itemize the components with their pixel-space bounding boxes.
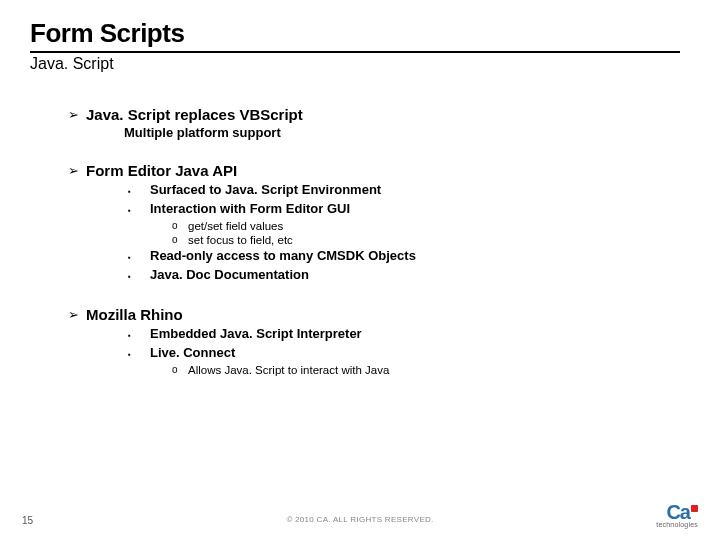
bullet-l1: ➢ Java. Script replaces VBScript bbox=[68, 105, 690, 125]
bullet-l1: ➢ Form Editor Java API bbox=[68, 161, 690, 181]
slide-subtitle: Java. Script bbox=[30, 55, 690, 73]
slide-content: ➢ Java. Script replaces VBScript Multipl… bbox=[68, 105, 690, 377]
bullet-l3: o set focus to field, etc bbox=[172, 233, 690, 247]
square-icon: ▪ bbox=[128, 267, 150, 285]
l2-text: Java. Doc Documentation bbox=[150, 267, 309, 283]
l1-subtext: Multiple platform support bbox=[124, 125, 690, 141]
square-icon: ▪ bbox=[128, 326, 150, 344]
bullet-l1: ➢ Mozilla Rhino bbox=[68, 305, 690, 325]
ca-logo: Ca technologies bbox=[656, 503, 698, 528]
bullet-l2: ▪ Live. Connect bbox=[128, 345, 690, 363]
title-rule bbox=[30, 51, 680, 53]
circle-icon: o bbox=[172, 219, 188, 233]
arrow-icon: ➢ bbox=[68, 161, 86, 181]
bullet-l3: o get/set field values bbox=[172, 219, 690, 233]
copyright-text: © 2010 CA. ALL RIGHTS RESERVED. bbox=[0, 515, 720, 524]
slide-title: Form Scripts bbox=[30, 18, 690, 49]
l2-text: Live. Connect bbox=[150, 345, 235, 361]
square-icon: ▪ bbox=[128, 345, 150, 363]
circle-icon: o bbox=[172, 363, 188, 377]
l1-text: Mozilla Rhino bbox=[86, 305, 183, 325]
circle-icon: o bbox=[172, 233, 188, 247]
logo-subtext: technologies bbox=[656, 521, 698, 528]
l2-text: Interaction with Form Editor GUI bbox=[150, 201, 350, 217]
bullet-l2: ▪ Java. Doc Documentation bbox=[128, 267, 690, 285]
square-icon: ▪ bbox=[128, 182, 150, 200]
slide: Form Scripts Java. Script ➢ Java. Script… bbox=[0, 0, 720, 540]
bullet-l3: o Allows Java. Script to interact with J… bbox=[172, 363, 690, 377]
logo-text: Ca bbox=[666, 501, 690, 523]
square-icon: ▪ bbox=[128, 201, 150, 219]
l3-text: get/set field values bbox=[188, 219, 283, 233]
bullet-l2: ▪ Surfaced to Java. Script Environment bbox=[128, 182, 690, 200]
l2-text: Embedded Java. Script Interpreter bbox=[150, 326, 362, 342]
arrow-icon: ➢ bbox=[68, 105, 86, 125]
l3-text: set focus to field, etc bbox=[188, 233, 293, 247]
bullet-l2: ▪ Read-only access to many CMSDK Objects bbox=[128, 248, 690, 266]
l1-text: Java. Script replaces VBScript bbox=[86, 105, 303, 125]
logo-mark: Ca bbox=[656, 503, 698, 521]
logo-dot-icon bbox=[691, 505, 698, 512]
arrow-icon: ➢ bbox=[68, 305, 86, 325]
bullet-l2: ▪ Interaction with Form Editor GUI bbox=[128, 201, 690, 219]
l2-text: Surfaced to Java. Script Environment bbox=[150, 182, 381, 198]
square-icon: ▪ bbox=[128, 248, 150, 266]
l2-text: Read-only access to many CMSDK Objects bbox=[150, 248, 416, 264]
l3-text: Allows Java. Script to interact with Jav… bbox=[188, 363, 389, 377]
bullet-l2: ▪ Embedded Java. Script Interpreter bbox=[128, 326, 690, 344]
l1-text: Form Editor Java API bbox=[86, 161, 237, 181]
